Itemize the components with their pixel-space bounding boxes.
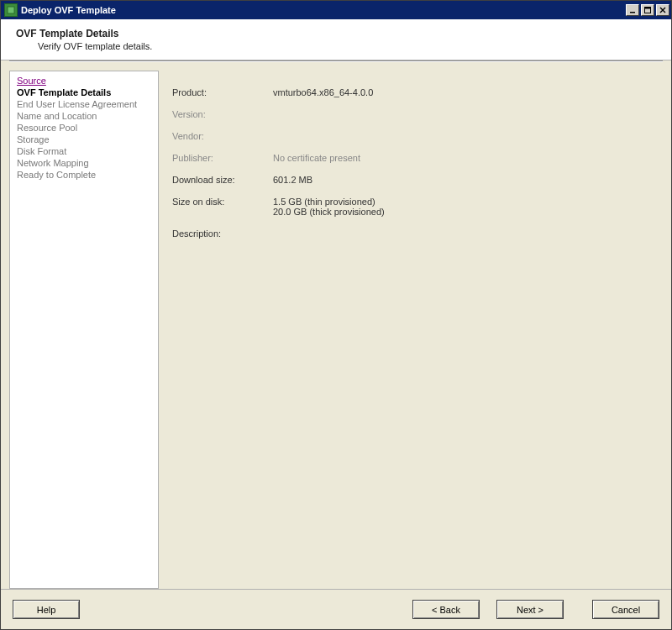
value-vendor (273, 131, 656, 141)
sidebar-item-disk-format: Disk Format (17, 145, 151, 157)
wizard-body: Source OVF Template Details End User Lic… (1, 62, 671, 589)
label-product: Product: (172, 87, 273, 97)
sidebar-item-label: Network Mapping (17, 158, 89, 168)
label-size-on-disk: Size on disk: (172, 197, 273, 217)
value-size-thin: 1.5 GB (thin provisioned) (273, 197, 656, 207)
value-version (273, 109, 656, 119)
sidebar-item-network-mapping: Network Mapping (17, 157, 151, 169)
row-product: Product: vmturbo64.x86_64-4.0.0 (172, 87, 656, 97)
back-button[interactable]: < Back (412, 600, 480, 619)
cancel-button[interactable]: Cancel (592, 600, 659, 619)
value-download-size: 601.2 MB (273, 175, 656, 185)
minimize-button[interactable] (626, 4, 639, 16)
sidebar-item-name-location: Name and Location (17, 110, 151, 122)
value-size-thick: 20.0 GB (thick provisioned) (273, 207, 656, 217)
wizard-header-subtitle: Verify OVF template details. (38, 41, 659, 51)
label-publisher: Publisher: (172, 153, 273, 163)
sidebar-item-label: Resource Pool (17, 123, 77, 133)
help-button[interactable]: Help (13, 600, 80, 619)
row-vendor: Vendor: (172, 131, 656, 141)
value-publisher: No certificate present (273, 153, 656, 163)
wizard-footer: Help < Back Next > Cancel (1, 589, 671, 629)
row-version: Version: (172, 109, 656, 119)
sidebar-item-label: OVF Template Details (17, 87, 111, 97)
sidebar-item-ready-to-complete: Ready to Complete (17, 169, 151, 181)
row-download-size: Download size: 601.2 MB (172, 175, 656, 185)
sidebar-item-label: End User License Agreement (17, 99, 137, 109)
deploy-ovf-window: Deploy OVF Template OVF Template Details… (0, 0, 672, 630)
svg-rect-0 (8, 7, 14, 13)
window-controls (626, 4, 669, 16)
sidebar-item-source[interactable]: Source (17, 75, 151, 87)
value-product: vmturbo64.x86_64-4.0.0 (273, 87, 656, 97)
close-button[interactable] (656, 4, 669, 16)
sidebar-item-label: Source (17, 76, 46, 86)
app-icon (4, 3, 18, 17)
wizard-header-title: OVF Template Details (16, 28, 659, 39)
window-title: Deploy OVF Template (21, 5, 116, 15)
value-size-on-disk: 1.5 GB (thin provisioned) 20.0 GB (thick… (273, 197, 656, 217)
value-description (273, 228, 656, 239)
sidebar-item-eula: End User License Agreement (17, 98, 151, 110)
label-vendor: Vendor: (172, 131, 273, 141)
wizard-steps-sidebar: Source OVF Template Details End User Lic… (9, 71, 159, 589)
row-size-on-disk: Size on disk: 1.5 GB (thin provisioned) … (172, 197, 656, 217)
label-description: Description: (172, 228, 273, 239)
row-publisher: Publisher: No certificate present (172, 153, 656, 163)
sidebar-item-label: Ready to Complete (17, 170, 96, 180)
row-description: Description: (172, 228, 656, 239)
sidebar-item-label: Disk Format (17, 146, 66, 156)
svg-rect-3 (645, 8, 651, 9)
next-button[interactable]: Next > (496, 600, 564, 619)
sidebar-item-label: Storage (17, 134, 50, 144)
maximize-button[interactable] (641, 4, 654, 16)
titlebar: Deploy OVF Template (1, 1, 671, 19)
svg-rect-1 (630, 12, 635, 13)
label-download-size: Download size: (172, 175, 273, 185)
sidebar-item-label: Name and Location (17, 111, 97, 121)
ovf-details-pane: Product: vmturbo64.x86_64-4.0.0 Version:… (165, 71, 663, 589)
sidebar-item-storage: Storage (17, 134, 151, 145)
sidebar-item-ovf-template-details[interactable]: OVF Template Details (17, 87, 151, 98)
wizard-header: OVF Template Details Verify OVF template… (1, 19, 671, 60)
sidebar-item-resource-pool: Resource Pool (17, 122, 151, 134)
label-version: Version: (172, 109, 273, 119)
